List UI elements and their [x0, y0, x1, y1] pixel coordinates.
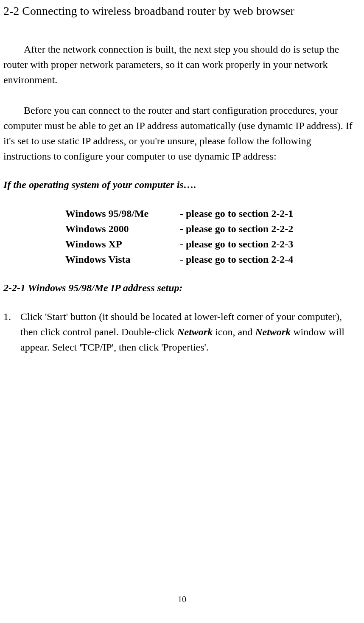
os-row: Windows XP - please go to section 2-2-3 — [65, 236, 360, 252]
page-number: 10 — [0, 595, 364, 604]
subsection-title: 2-2-1 Windows 95/98/Me IP address setup: — [3, 282, 360, 294]
os-name: Windows XP — [65, 236, 180, 252]
os-row: Windows Vista - please go to section 2-2… — [65, 252, 360, 267]
paragraph-2: Before you can connect to the router and… — [3, 103, 360, 164]
step-number: 1. — [3, 309, 20, 355]
step-text-part: icon, and — [213, 326, 255, 337]
os-ref: - please go to section 2-2-4 — [180, 252, 360, 267]
os-heading: If the operating system of your computer… — [3, 179, 360, 191]
step-row: 1. Click 'Start' button (it should be lo… — [3, 309, 360, 355]
os-row: Windows 2000 - please go to section 2-2-… — [65, 221, 360, 236]
os-name: Windows Vista — [65, 252, 180, 267]
os-ref: - please go to section 2-2-2 — [180, 221, 360, 236]
network-emphasis: Network — [177, 326, 213, 337]
os-ref: - please go to section 2-2-1 — [180, 206, 360, 221]
os-table: Windows 95/98/Me - please go to section … — [65, 206, 360, 267]
os-name: Windows 2000 — [65, 221, 180, 236]
paragraph-1: After the network connection is built, t… — [3, 42, 360, 87]
network-emphasis: Network — [255, 326, 291, 337]
section-title: 2-2 Connecting to wireless broadband rou… — [3, 4, 360, 18]
os-name: Windows 95/98/Me — [65, 206, 180, 221]
step-text: Click 'Start' button (it should be locat… — [20, 309, 360, 355]
os-ref: - please go to section 2-2-3 — [180, 236, 360, 252]
os-row: Windows 95/98/Me - please go to section … — [65, 206, 360, 221]
